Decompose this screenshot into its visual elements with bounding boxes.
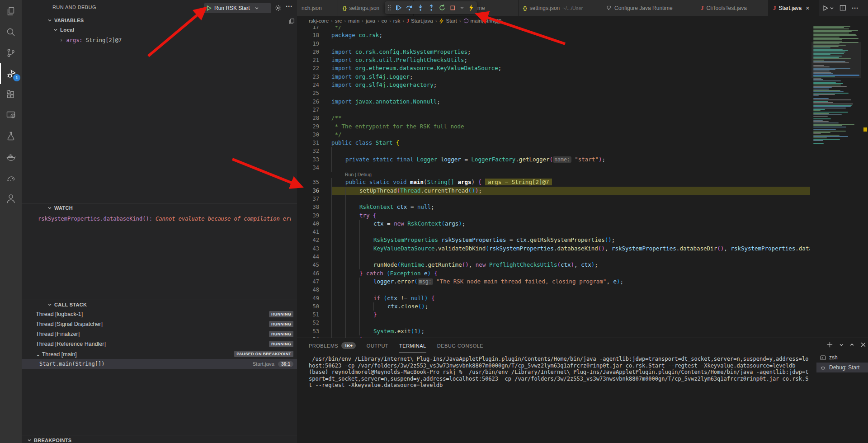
code-line-52[interactable]: 52 xyxy=(297,319,810,327)
code-line-26[interactable]: 26import javax.annotation.Nonnull; xyxy=(297,98,810,106)
code-line-33[interactable]: 33private static final Logger logger = L… xyxy=(297,156,810,164)
code-line-39[interactable]: 39try { xyxy=(297,212,810,220)
tab-nch-json[interactable]: nch.json xyxy=(297,0,338,16)
code-line-42[interactable]: 42RskSystemProperties rskSystemPropertie… xyxy=(297,236,810,244)
breadcrumb-item-java[interactable]: java xyxy=(366,18,375,24)
editor-more-actions-icon[interactable]: ··· xyxy=(852,4,859,12)
code-line-48[interactable]: 48 xyxy=(297,286,810,294)
code-line-44[interactable]: 44 xyxy=(297,253,810,261)
code-line-19[interactable]: 19 xyxy=(297,40,810,48)
call-stack-section-header[interactable]: CALL STACK xyxy=(47,302,87,307)
code-line-21[interactable]: 21import co.rsk.util.PreflightChecksUtil… xyxy=(297,56,810,64)
code-line-40[interactable]: 40ctx = new RskContext(args); xyxy=(297,220,810,228)
terminal-output[interactable]: /usr/bin/env /Library/Internet\ Plug-Ins… xyxy=(309,356,808,389)
activity-bar-item-explorer[interactable] xyxy=(0,1,22,22)
panel-tab-problems[interactable]: PROBLEMS1K+ xyxy=(309,338,356,353)
breadcrumb-item-start[interactable]: Start xyxy=(439,18,457,24)
code-line-37[interactable]: 37 xyxy=(297,195,810,203)
code-line-24[interactable]: 24import org.slf4j.LoggerFactory; xyxy=(297,81,810,89)
stop-chevron-icon[interactable] xyxy=(460,5,464,10)
run-java-button[interactable] xyxy=(823,5,834,11)
tab-clitoolstest-java[interactable]: JCliToolsTest.java xyxy=(696,0,769,16)
variables-scope-local[interactable]: Local xyxy=(53,27,75,33)
panel-tab-terminal[interactable]: TERMINAL xyxy=(399,338,426,353)
code-line-53[interactable]: 53System.exit(1); xyxy=(297,327,810,335)
terminal-item-zsh[interactable]: zsh xyxy=(816,353,868,363)
activity-bar-item-source-control[interactable] xyxy=(0,42,22,63)
code-line-36[interactable]: 36setUpThread(Thread.currentThread()); xyxy=(297,187,810,195)
code-line-50[interactable]: 50ctx.close(); xyxy=(297,302,810,311)
code-line-38[interactable]: 38RskContext ctx = null; xyxy=(297,203,810,211)
close-icon[interactable]: × xyxy=(806,5,809,12)
open-editors-icon[interactable] xyxy=(288,18,295,24)
code-line-30[interactable]: 30 */ xyxy=(297,131,810,139)
editor-scrollbar[interactable] xyxy=(861,26,868,338)
code-line-31[interactable]: 31public class Start { xyxy=(297,139,810,147)
tab-configure-java-runtime[interactable]: Configure Java Runtime xyxy=(601,0,696,16)
breadcrumb-item-rsk[interactable]: rsk xyxy=(393,18,400,24)
activity-bar-item-remote-explorer[interactable] xyxy=(0,105,22,126)
watch-expression[interactable]: rskSystemProperties.databaseKind(): Cann… xyxy=(38,216,291,222)
call-stack-thread-row[interactable]: ⌄ Thread [main]PAUSED ON BREAKPOINT xyxy=(22,349,297,359)
split-editor-icon[interactable] xyxy=(840,5,846,11)
step-over-icon[interactable] xyxy=(406,4,413,11)
call-stack-frame-row[interactable]: Start.main(String[])Start.java36:1 xyxy=(22,359,297,369)
maximize-panel-icon[interactable] xyxy=(849,342,854,347)
codelens-run-debug[interactable]: Run | Debug xyxy=(297,172,810,178)
code-line-23[interactable]: 23import org.slf4j.Logger; xyxy=(297,73,810,81)
minimap[interactable] xyxy=(811,26,861,338)
activity-bar-item-test[interactable] xyxy=(0,126,22,146)
breadcrumb-item-main-string-[interactable]: main(String[]) xyxy=(463,18,502,24)
chevron-down-icon[interactable] xyxy=(255,6,259,10)
stop-icon[interactable] xyxy=(449,5,456,11)
code-line-25[interactable]: 25 xyxy=(297,89,810,97)
code-line-45[interactable]: 45runNode(Runtime.getRuntime(), new Pref… xyxy=(297,261,810,269)
code-line-27[interactable]: 27 xyxy=(297,106,810,114)
terminal-item-debug-start[interactable]: Debug: Start xyxy=(816,363,868,372)
code-line-32[interactable]: 32 xyxy=(297,147,810,155)
variables-section-header[interactable]: VARIABLES xyxy=(47,18,84,23)
debug-settings-gear-icon[interactable] xyxy=(275,5,282,11)
restart-icon[interactable] xyxy=(439,4,446,11)
code-line-49[interactable]: 49if (ctx != null) { xyxy=(297,294,810,302)
code-line-17[interactable]: 17 */ xyxy=(297,26,810,31)
code-line-46[interactable]: 46} catch (Exception e) { xyxy=(297,269,810,278)
code-line-18[interactable]: 18package co.rsk; xyxy=(297,31,810,39)
code-line-29[interactable]: 29 * The entrypoint for the RSK full nod… xyxy=(297,123,810,131)
breakpoints-section-header[interactable]: BREAKPOINTS xyxy=(27,438,71,443)
close-panel-icon[interactable] xyxy=(860,342,866,348)
new-terminal-icon[interactable] xyxy=(826,341,833,348)
watch-section-header[interactable]: WATCH xyxy=(47,205,73,211)
activity-bar-item-account[interactable] xyxy=(0,188,22,209)
tab-start-java[interactable]: JStart.java× xyxy=(769,0,821,16)
panel-tab-output[interactable]: OUTPUT xyxy=(367,338,388,353)
call-stack-thread-row[interactable]: Thread [logback-1]RUNNING xyxy=(22,309,297,319)
activity-bar-item-gradle[interactable] xyxy=(0,167,22,188)
activity-bar-item-extensions[interactable] xyxy=(0,84,22,105)
activity-bar-item-docker[interactable] xyxy=(0,146,22,167)
step-out-icon[interactable] xyxy=(428,4,435,11)
code-line-43[interactable]: 43KeyValueDataSource.validateDbKind(rskS… xyxy=(297,245,810,253)
code-editor[interactable]: 17 */18package co.rsk;1920import co.rsk.… xyxy=(297,26,810,338)
grip-icon[interactable] xyxy=(387,4,391,11)
variable-args[interactable]: › args: String[2]@7 xyxy=(60,37,122,43)
code-line-22[interactable]: 22import org.ethereum.datasource.KeyValu… xyxy=(297,64,810,72)
panel-tab-debug-console[interactable]: DEBUG CONSOLE xyxy=(437,338,483,353)
tab-settings-json[interactable]: {}settings.json~/.../User xyxy=(519,0,601,16)
call-stack-thread-row[interactable]: Thread [Reference Handler]RUNNING xyxy=(22,339,297,349)
code-line-47[interactable]: 47logger.error(msg: "The RSK node main t… xyxy=(297,278,810,286)
code-line-34[interactable]: 34 xyxy=(297,164,810,172)
breadcrumb-item-rskj-core[interactable]: rskj-core xyxy=(309,18,329,24)
code-line-28[interactable]: 28/** xyxy=(297,114,810,122)
sidebar-more-actions-icon[interactable]: ··· xyxy=(286,2,292,10)
step-into-icon[interactable] xyxy=(417,4,424,11)
breadcrumb-item-start-java[interactable]: JStart.java xyxy=(406,18,433,24)
activity-bar-item-search[interactable] xyxy=(0,22,22,42)
call-stack-thread-row[interactable]: Thread [Finalizer]RUNNING xyxy=(22,329,297,339)
chevron-down-icon[interactable] xyxy=(830,6,834,10)
breadcrumb-item-main[interactable]: main xyxy=(348,18,359,24)
code-line-51[interactable]: 51} xyxy=(297,311,810,319)
breadcrumb-item-src[interactable]: src xyxy=(335,18,342,24)
code-line-20[interactable]: 20import co.rsk.config.RskSystemProperti… xyxy=(297,48,810,56)
breadcrumb-item-co[interactable]: co xyxy=(382,18,387,24)
